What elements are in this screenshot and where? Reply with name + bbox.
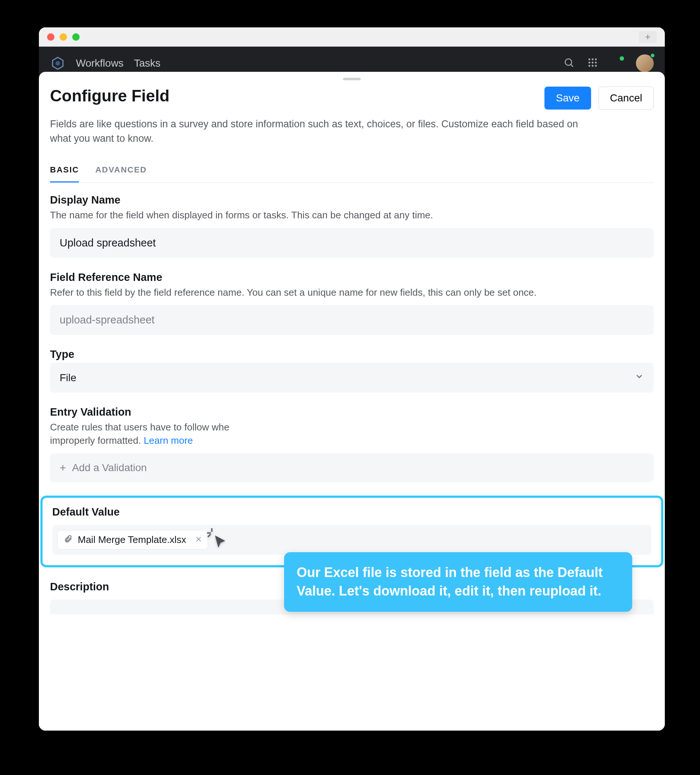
display-name-label: Display Name (50, 194, 654, 206)
tab-basic[interactable]: BASIC (50, 158, 79, 183)
tabs: BASIC ADVANCED (50, 158, 654, 183)
drag-handle[interactable] (343, 78, 361, 80)
validation-label: Entry Validation (50, 406, 654, 418)
nav-tasks[interactable]: Tasks (134, 57, 161, 69)
learn-more-link[interactable]: Learn more (144, 435, 193, 446)
svg-point-8 (595, 62, 597, 64)
svg-point-4 (592, 58, 594, 60)
type-value: File (60, 372, 76, 384)
type-select[interactable]: File (50, 363, 654, 392)
new-tab-button[interactable]: + (639, 31, 657, 43)
default-value-file-area[interactable]: Mail Merge Template.xlsx ✕ (52, 525, 652, 555)
display-name-desc: The name for the field when displayed in… (50, 208, 654, 222)
svg-point-7 (592, 62, 594, 64)
maximize-window-button[interactable] (72, 33, 80, 41)
svg-point-9 (588, 65, 590, 67)
validation-desc: Create rules that users have to follow w… (50, 421, 654, 447)
header-right (563, 55, 654, 72)
nav-workflows[interactable]: Workflows (76, 57, 124, 69)
svg-point-5 (595, 58, 597, 60)
svg-point-0 (55, 61, 60, 65)
validation-section: Entry Validation Create rules that users… (50, 406, 654, 482)
app-logo-icon[interactable] (50, 55, 65, 71)
svg-point-11 (595, 65, 597, 67)
save-button[interactable]: Save (545, 86, 591, 110)
traffic-lights (47, 33, 80, 41)
titlebar: + (39, 27, 665, 47)
minimize-window-button[interactable] (60, 33, 67, 41)
display-name-input[interactable] (50, 228, 654, 258)
avatar[interactable] (636, 55, 654, 72)
add-validation-button[interactable]: + Add a Validation (50, 453, 654, 482)
svg-point-10 (592, 65, 594, 67)
remove-file-button[interactable]: ✕ (195, 535, 202, 544)
default-value-label: Default Value (52, 506, 652, 518)
cancel-button[interactable]: Cancel (598, 86, 654, 110)
search-icon[interactable] (563, 57, 575, 70)
tab-advanced[interactable]: ADVANCED (95, 158, 147, 183)
close-window-button[interactable] (47, 33, 55, 41)
app-window: + Workflows Tasks (39, 27, 665, 730)
svg-point-6 (588, 62, 590, 64)
modal-title: Configure Field (50, 86, 170, 105)
file-chip-name: Mail Merge Template.xlsx (78, 534, 186, 545)
svg-point-3 (588, 58, 590, 60)
apps-grid-icon[interactable] (587, 57, 598, 70)
ref-name-section: Field Reference Name Refer to this field… (50, 271, 654, 335)
modal-actions: Save Cancel (545, 86, 654, 110)
paperclip-icon (64, 534, 73, 545)
ref-name-input (50, 305, 654, 335)
modal-header: Configure Field Save Cancel (50, 86, 654, 110)
display-name-section: Display Name The name for the field when… (50, 194, 654, 258)
add-validation-label: Add a Validation (72, 462, 147, 474)
notification-dot-icon (620, 56, 624, 61)
type-label: Type (50, 348, 654, 361)
svg-point-1 (565, 59, 572, 65)
configure-field-modal: Configure Field Save Cancel Fields are l… (39, 72, 665, 730)
notifications-icon[interactable] (611, 57, 623, 70)
type-section: Type File (50, 348, 654, 392)
status-dot-icon (650, 53, 655, 58)
svg-line-2 (571, 65, 573, 67)
ref-name-label: Field Reference Name (50, 271, 654, 283)
chevron-down-icon (635, 372, 644, 384)
plus-icon: + (60, 462, 66, 474)
instruction-callout: Our Excel file is stored in the field as… (284, 552, 632, 612)
modal-subtitle: Fields are like questions in a survey an… (50, 117, 580, 146)
ref-name-desc: Refer to this field by the field referen… (50, 286, 654, 299)
file-chip[interactable]: Mail Merge Template.xlsx ✕ (57, 530, 208, 550)
